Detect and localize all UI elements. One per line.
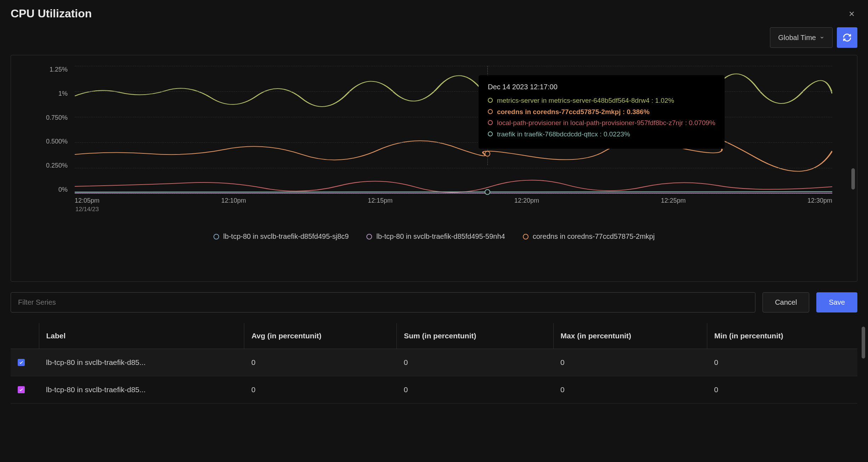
cell-label: lb-tcp-80 in svclb-traefik-d85...	[39, 349, 244, 376]
legend-item[interactable]: lb-tcp-80 in svclb-traefik-d85fd495-sj8c…	[213, 232, 349, 241]
y-axis: 1.25% 1% 0.750% 0.500% 0.250% 0%	[29, 66, 71, 193]
y-tick: 0.750%	[29, 114, 71, 122]
circle-icon	[488, 131, 493, 136]
refresh-icon	[843, 33, 852, 42]
chart-panel: 1.25% 1% 0.750% 0.500% 0.250% 0%	[11, 55, 857, 282]
col-sum[interactable]: Sum (in percentunit)	[397, 323, 554, 349]
chart-tooltip: Dec 14 2023 12:17:00 metrics-server in m…	[479, 75, 725, 149]
x-axis: 12:05pm 12/14/23 12:10pm 12:15pm 12:20pm…	[75, 197, 832, 222]
series-checkbox[interactable]	[18, 359, 25, 366]
cell-avg: 0	[244, 349, 397, 376]
close-button[interactable]	[846, 8, 857, 19]
circle-icon	[523, 234, 529, 240]
circle-icon	[366, 234, 372, 240]
x-tick: 12:30pm	[807, 197, 832, 222]
cell-min: 0	[707, 376, 857, 404]
cell-label: lb-tcp-80 in svclb-traefik-d85...	[39, 376, 244, 404]
x-tick: 12:25pm	[661, 197, 686, 222]
table-scrollbar[interactable]	[862, 327, 865, 359]
hover-marker	[485, 189, 490, 195]
tooltip-series: coredns in coredns-77ccd57875-2mkpj : 0.…	[497, 107, 650, 117]
x-tick: 12:05pm 12/14/23	[75, 197, 99, 222]
page-title: CPU Utilization	[11, 7, 92, 20]
y-tick: 1%	[29, 90, 71, 97]
table-row: lb-tcp-80 in svclb-traefik-d85... 0 0 0 …	[11, 376, 857, 404]
legend-label: coredns in coredns-77ccd57875-2mkpj	[533, 232, 655, 241]
refresh-button[interactable]	[837, 27, 857, 48]
circle-icon	[488, 98, 493, 103]
circle-icon	[213, 234, 219, 240]
y-tick: 0.250%	[29, 162, 71, 169]
col-max[interactable]: Max (in percentunit)	[553, 323, 707, 349]
series-table: Label Avg (in percentunit) Sum (in perce…	[11, 323, 857, 404]
chart-legend: lb-tcp-80 in svclb-traefik-d85fd495-sj8c…	[29, 232, 839, 241]
cell-sum: 0	[397, 376, 554, 404]
series-checkbox[interactable]	[18, 386, 25, 393]
y-tick: 0.500%	[29, 138, 71, 145]
chevron-down-icon	[820, 35, 824, 40]
time-range-dropdown[interactable]: Global Time	[770, 27, 833, 48]
close-icon	[848, 10, 856, 18]
legend-item[interactable]: coredns in coredns-77ccd57875-2mkpj	[523, 232, 655, 241]
tooltip-series: local-path-provisioner in local-path-pro…	[497, 118, 715, 128]
table-row: lb-tcp-80 in svclb-traefik-d85... 0 0 0 …	[11, 349, 857, 376]
tooltip-series: traefik in traefik-768bdcdcdd-qttcx : 0.…	[497, 130, 630, 139]
tooltip-series: metrics-server in metrics-server-648b5df…	[497, 96, 674, 105]
hover-marker	[485, 151, 490, 157]
col-avg[interactable]: Avg (in percentunit)	[244, 323, 397, 349]
legend-item[interactable]: lb-tcp-80 in svclb-traefik-d85fd495-59nh…	[366, 232, 505, 241]
y-tick: 1.25%	[29, 66, 71, 73]
x-tick: 12:15pm	[368, 197, 393, 222]
cell-max: 0	[553, 349, 707, 376]
cancel-button[interactable]: Cancel	[763, 292, 809, 312]
legend-label: lb-tcp-80 in svclb-traefik-d85fd495-59nh…	[376, 232, 505, 241]
filter-series-input[interactable]	[11, 292, 755, 312]
col-label[interactable]: Label	[39, 323, 244, 349]
x-tick: 12:20pm	[514, 197, 539, 222]
cell-sum: 0	[397, 349, 554, 376]
legend-label: lb-tcp-80 in svclb-traefik-d85fd495-sj8c…	[223, 232, 349, 241]
x-tick: 12:10pm	[221, 197, 246, 222]
col-min[interactable]: Min (in percentunit)	[707, 323, 857, 349]
time-range-label: Global Time	[778, 34, 816, 42]
chart-area[interactable]: 1.25% 1% 0.750% 0.500% 0.250% 0%	[29, 66, 839, 222]
tooltip-timestamp: Dec 14 2023 12:17:00	[488, 83, 715, 91]
circle-icon	[488, 120, 493, 125]
legend-scrollbar[interactable]	[851, 168, 855, 190]
cell-avg: 0	[244, 376, 397, 404]
cell-max: 0	[553, 376, 707, 404]
save-button[interactable]: Save	[816, 292, 857, 312]
y-tick: 0%	[29, 186, 71, 193]
cell-min: 0	[707, 349, 857, 376]
circle-icon	[488, 109, 493, 114]
